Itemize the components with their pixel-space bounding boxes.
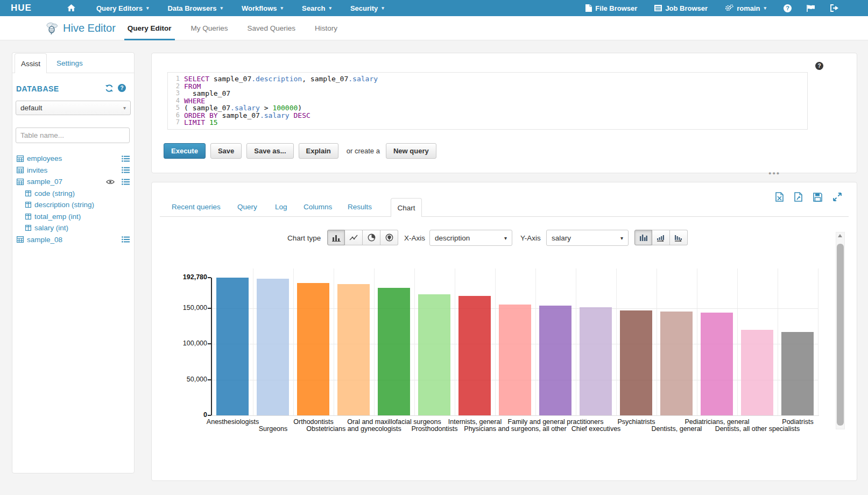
x-axis-line [211,415,819,416]
chevron-down-icon: ▾ [220,5,223,11]
x-axis-label-15: Podiatrists [717,418,868,426]
code-token: sample_07 [209,75,251,83]
bar-pediatricians-general[interactable] [701,313,733,415]
sidebar-column-code[interactable]: code (string) [25,188,132,200]
bar-chief-executives[interactable] [580,307,612,415]
gridline-vertical [697,268,697,415]
table-icon [17,179,24,185]
save-as-button[interactable]: Save as... [246,143,293,159]
bee-icon [46,22,59,34]
bar-internists-general[interactable] [458,296,491,415]
database-select[interactable]: default ▾ [16,101,131,115]
sidebar-column-description[interactable]: description (string) [25,199,132,211]
scrollbar-up-arrow[interactable] [838,234,842,237]
job-browser-link[interactable]: Job Browser [654,4,708,12]
help-icon[interactable]: ? [784,4,792,12]
new-query-button[interactable]: New query [386,143,436,159]
code-token: .description [251,75,302,83]
home-icon[interactable] [67,4,75,12]
refresh-icon[interactable] [105,84,114,92]
table-filter-input[interactable] [16,128,130,143]
tab-query-editor[interactable]: Query Editor [128,16,172,40]
tab-assist[interactable]: Assist [15,53,47,73]
bar-family-and-general-practitioners[interactable] [539,306,571,415]
menu-data-browsers[interactable]: Data Browsers▾ [167,4,223,12]
table-menu-icon[interactable] [122,179,130,185]
sidebar-column-total_emp[interactable]: total_emp (int) [25,211,132,223]
bar-oral-and-maxillofacial-surgeons[interactable] [378,288,410,415]
menu-security[interactable]: Security▾ [350,4,384,12]
chart-scrollbar-thumb[interactable] [837,244,844,426]
sql-code-editor[interactable]: 1SELECT sample_07.description, sample_07… [167,72,808,130]
gridline-vertical [414,268,415,415]
code-token [205,119,209,126]
chevron-down-icon: ▾ [329,5,331,11]
results-panel: Recent queries Query Log Columns Results… [151,182,857,481]
table-name: sample_08 [27,236,62,244]
code-token [290,112,294,119]
flag-icon[interactable] [807,5,815,12]
execute-button[interactable]: Execute [164,143,206,159]
tab-history[interactable]: History [315,16,337,40]
bar-anesthesiologists[interactable] [216,278,249,415]
bar-orthodontists[interactable] [297,283,329,415]
table-menu-icon[interactable] [122,167,130,173]
sidebar-table-invites[interactable]: invites [17,165,132,176]
eye-icon[interactable] [106,179,115,185]
bar-surgeons[interactable] [257,279,289,415]
help-icon[interactable]: ? [815,62,823,70]
line-number: 1 [168,75,184,83]
code-token: > [260,104,272,112]
line-number: 4 [168,97,184,105]
code-line-1: 1SELECT sample_07.description, sample_07… [168,75,807,83]
line-number: 3 [168,90,184,97]
menu-query-editors[interactable]: Query Editors▾ [96,4,149,12]
code-token: 15 [209,119,218,126]
chevron-down-icon: ▾ [382,5,384,11]
y-tick-label: 150,000 [163,304,207,312]
table-name: invites [27,166,47,174]
table-icon [17,167,24,173]
menu-search[interactable]: Search▾ [302,4,331,12]
column-icon [25,190,31,196]
bar-dentists-all-other-specialists[interactable] [741,330,773,415]
bar-prosthodontists[interactable] [418,294,450,415]
gridline-vertical [374,268,375,415]
tab-my-queries[interactable]: My Queries [191,16,228,40]
bar-dentists-general[interactable] [660,312,693,415]
code-token: .salary [348,75,378,83]
table-name: sample_07 [27,178,62,186]
tab-settings[interactable]: Settings [57,53,83,73]
bar-psychiatrists[interactable] [620,310,652,415]
table-menu-icon[interactable] [122,155,130,162]
explain-button[interactable]: Explain [299,143,338,159]
code-token: .salary [260,112,290,119]
bar-podiatrists[interactable] [781,332,814,415]
line-number: 5 [168,104,184,112]
code-token: 100000 [272,104,298,112]
sidebar-table-sample_08[interactable]: sample_08 [17,234,132,246]
menu-workflows[interactable]: Workflows▾ [242,4,283,12]
bar-obstetricians-and-gynecologists[interactable] [337,284,370,415]
line-number: 6 [168,112,184,119]
gears-icon [725,4,733,12]
code-line-3: 3 sample_07 [168,90,807,97]
sidebar-table-employees[interactable]: employees [17,153,132,165]
sidebar-table-sample_07[interactable]: sample_07 [17,176,132,188]
hue-logo[interactable]: HUE [11,3,32,13]
column-name: code (string) [34,189,75,197]
tab-saved-queries[interactable]: Saved Queries [248,16,295,40]
line-number: 7 [168,119,184,126]
sidebar-column-salary[interactable]: salary (int) [25,222,132,234]
save-button[interactable]: Save [210,143,242,159]
help-icon[interactable]: ? [118,84,126,92]
signout-icon[interactable] [830,4,838,12]
code-token: , sample_07 [302,75,348,83]
bar-physicians-and-surgeons-all-other[interactable] [499,305,531,415]
code-token: DESC [294,112,310,119]
user-menu[interactable]: romain ▾ [725,4,766,12]
gridline-vertical [455,268,455,415]
file-browser-link[interactable]: File Browser [585,4,637,12]
resize-handle[interactable]: ●●● [768,171,780,176]
table-menu-icon[interactable] [122,236,130,243]
